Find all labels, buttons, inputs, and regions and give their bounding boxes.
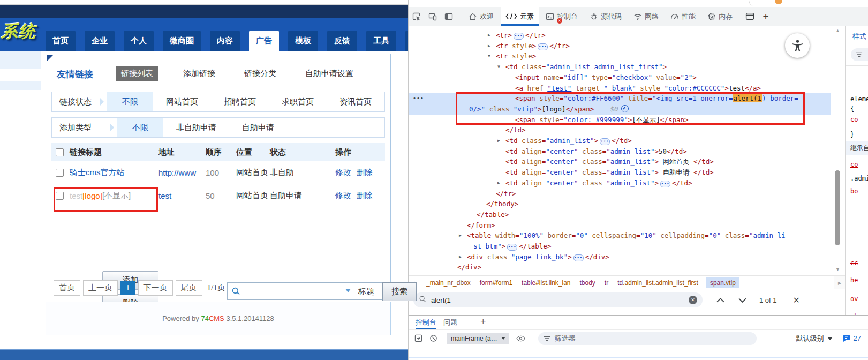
console-filter-input[interactable]: 筛选器 [538, 332, 757, 345]
log-level-select[interactable]: 默认级别 [796, 334, 833, 343]
nav-tab-个人[interactable]: 个人 [124, 31, 154, 51]
dom-tree-line[interactable]: <td align="center" class="admin_list">50… [409, 146, 831, 157]
module-tab-添加链接[interactable]: 添加链接 [179, 66, 220, 81]
select-all-checkbox[interactable] [56, 143, 64, 161]
drawer-tab-问题[interactable]: 问题 [443, 316, 457, 329]
expand-children-icon[interactable]: ••• [538, 43, 548, 50]
devtools-tab-性能[interactable]: 性能 [666, 7, 700, 26]
module-tab-链接列表[interactable]: 链接列表 [116, 66, 158, 81]
action-删除[interactable]: 删除 [357, 168, 373, 178]
cms-sidebar-item[interactable] [0, 51, 41, 69]
dom-tree-line[interactable]: <td align="center" class="admin_list"> 网… [409, 156, 831, 167]
line-options-icon[interactable]: ••• [413, 93, 424, 104]
dom-tree-line[interactable]: ▼<tr style> [409, 51, 831, 62]
filter-option-非自助申请[interactable]: 非自助申请 [163, 118, 229, 137]
nav-tab-内容[interactable]: 内容 [210, 31, 240, 51]
checkbox[interactable] [56, 148, 64, 156]
devtools-tab-内存[interactable]: 内存 [703, 7, 737, 26]
breadcrumb-item-span[interactable]: span.vtip [706, 278, 739, 288]
breadcrumb-scroll-right[interactable]: ▶ [834, 276, 845, 290]
dom-tree-line[interactable]: ▶<tr style>•••</tr> [409, 41, 831, 51]
nav-tab-首页[interactable]: 首页 [46, 31, 76, 51]
expand-children-icon[interactable]: ••• [600, 138, 610, 145]
breadcrumb-item-form[interactable]: form#form1 [479, 278, 514, 288]
scrollbar-up-arrow[interactable]: ▲ [835, 28, 840, 33]
dom-tree-line[interactable]: ▶<table width="100%" border="0" cellspac… [409, 230, 831, 241]
dom-tree-line[interactable]: ▶<tr>•••</tr> [409, 30, 831, 41]
expand-arrow-icon[interactable]: ▶ [459, 252, 462, 262]
styles-filter-input[interactable] [851, 48, 868, 61]
page-button-首页[interactable]: 首页 [54, 280, 80, 296]
devtools-tab-控制台[interactable]: 控制台✕ [541, 7, 583, 26]
dom-tree-line[interactable]: 0/>" class="vtip">[logo]</span> == $0 [409, 104, 831, 115]
scrollbar-down-arrow[interactable]: ▼ [835, 267, 840, 272]
chevron-down-icon[interactable] [345, 289, 351, 292]
search-button[interactable]: 搜索 [382, 282, 417, 301]
filter-option-不限[interactable]: 不限 [117, 118, 163, 137]
expand-arrow-icon[interactable]: ▶ [459, 230, 462, 241]
live-expression-eye-icon[interactable] [514, 335, 529, 342]
row-checkbox[interactable] [56, 184, 64, 207]
console-context-icon[interactable] [411, 334, 426, 342]
dom-tree-line[interactable]: <td align="center" class="admin_list"> 自… [409, 167, 831, 178]
feedback-chat-icon[interactable]: 27 [842, 334, 861, 343]
devtools-tab-源代码[interactable]: 源代码 [585, 7, 627, 26]
find-previous-button[interactable] [716, 298, 724, 303]
devtools-tab-欢迎[interactable]: 欢迎 [464, 7, 499, 26]
module-tab-链接分类[interactable]: 链接分类 [240, 66, 281, 81]
filter-option-自助申请[interactable]: 自助申请 [229, 118, 287, 137]
expand-children-icon[interactable]: ••• [660, 181, 670, 188]
find-input[interactable]: alert(1 ✕ [413, 292, 703, 308]
breadcrumb-item-tbody[interactable]: tbody [579, 278, 597, 288]
dock-side-icon[interactable] [441, 7, 457, 26]
row-checkbox[interactable] [56, 161, 64, 184]
expand-arrow-icon[interactable]: ▶ [497, 136, 500, 146]
page-button-下一页[interactable]: 下一页 [138, 280, 173, 296]
nav-tab-模板[interactable]: 模板 [288, 31, 318, 51]
nav-tab-工具[interactable]: 工具 [366, 31, 396, 51]
dom-tree-line[interactable]: ▼<td class="admin_list admin_list_first"… [409, 62, 831, 72]
expand-arrow-icon[interactable]: ▶ [488, 41, 490, 51]
expand-arrow-icon[interactable]: ▶ [497, 178, 500, 189]
dom-tree-line[interactable]: <span style="color: #999999">[不显示]</span… [409, 115, 831, 125]
devtools-tab-元素[interactable]: 元素 [501, 7, 539, 26]
tab-styles[interactable]: 样式 [852, 32, 866, 41]
filter-option-资讯首页[interactable]: 资讯首页 [327, 92, 384, 111]
more-tabs-button[interactable]: + [758, 7, 774, 26]
link-url[interactable]: test [158, 184, 171, 207]
dom-tree-line[interactable]: </tr> [409, 189, 831, 199]
expand-arrow-icon[interactable]: ▶ [488, 30, 490, 41]
dom-tree-line[interactable]: ▶<td align="center" class="admin_list">•… [409, 178, 831, 189]
close-icon[interactable]: ✕ [793, 295, 800, 305]
page-button-上一页[interactable]: 上一页 [83, 280, 118, 296]
dom-tree-line[interactable]: ▶<td class="admin_list">•••</td> [409, 136, 831, 146]
checkbox[interactable] [56, 192, 64, 200]
extension-icon[interactable] [775, 0, 782, 4]
filter-option-网站首页[interactable]: 网站首页 [153, 92, 211, 111]
dom-tree-line[interactable]: </div> [409, 262, 831, 273]
clear-console-icon[interactable] [426, 334, 441, 342]
dom-tree-line[interactable]: </td> [409, 125, 831, 136]
filter-option-求职首页[interactable]: 求职首页 [269, 92, 327, 111]
collapse-arrow-icon[interactable]: ▼ [488, 51, 490, 62]
accessibility-icon[interactable] [785, 33, 810, 58]
dom-tree-line[interactable]: <input name="id[]" type="checkbox" value… [409, 72, 831, 83]
page-button-尾页[interactable]: 尾页 [176, 280, 202, 296]
breadcrumb-item-td[interactable]: td.admin_list.admin_list_first [616, 278, 699, 288]
nav-tab-广告[interactable]: 广告 [249, 31, 279, 51]
search-field-select[interactable]: 标题 [358, 287, 374, 297]
device-emulation-icon[interactable] [425, 7, 441, 26]
dock-layout-icon[interactable] [742, 7, 758, 26]
devtools-tab-网络[interactable]: 网络 [629, 7, 663, 26]
link-url[interactable]: http://www [158, 161, 196, 184]
dom-tree-line[interactable]: </form> [409, 220, 831, 231]
checkbox[interactable] [56, 169, 64, 177]
add-drawer-tab-button[interactable]: + [480, 316, 486, 327]
expand-children-icon[interactable]: ••• [573, 254, 584, 261]
link-title[interactable]: test [logo] [不显示] [70, 184, 131, 207]
dom-tree-line[interactable]: •••<span style="color:#FF6600" title="<i… [409, 93, 831, 104]
execution-context-select[interactable]: mainFrame (a… [447, 333, 509, 344]
scrollbar-thumb[interactable] [835, 170, 840, 245]
find-next-button[interactable] [738, 298, 746, 303]
reveal-node-icon[interactable] [621, 105, 629, 112]
